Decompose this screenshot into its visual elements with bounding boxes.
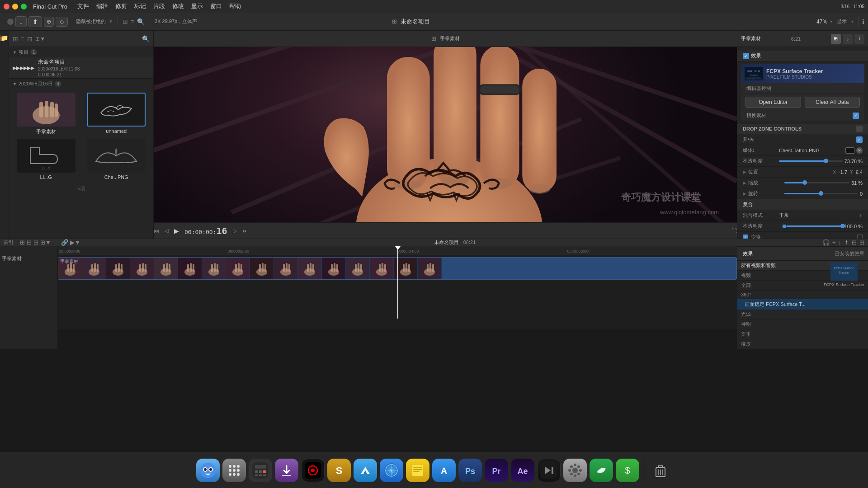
dock-systemprefs[interactable] xyxy=(563,459,587,482)
close-button[interactable] xyxy=(4,4,9,9)
transform-expand[interactable] xyxy=(857,235,863,239)
open-editor-btn[interactable]: Open Editor xyxy=(745,97,801,108)
dock-cashapp[interactable]: $ xyxy=(616,459,639,482)
effects-cat-warp[interactable]: 橡皮 xyxy=(737,339,868,349)
transform-checkbox[interactable]: ✓ xyxy=(743,235,748,239)
effects-cat-text[interactable]: 文本 xyxy=(737,329,868,339)
effect-preview-thumb[interactable]: FCPX Surface Tracker xyxy=(830,263,858,281)
effects-cat-stabilize[interactable]: 画面稳定 FCPX Surface T... xyxy=(737,299,868,310)
media-item-chepng[interactable]: Che...PNG xyxy=(83,139,150,180)
clip-filter-btn[interactable]: ⊞ xyxy=(123,18,128,25)
browser-options-btn[interactable]: ⊞▼ xyxy=(35,36,45,42)
inspector-toggle[interactable]: ℹ xyxy=(862,18,864,25)
timeline-collapse-btn[interactable]: ⊟ xyxy=(852,239,857,246)
filter-btn[interactable]: ⊕ xyxy=(44,17,54,27)
menu-trim[interactable]: 修剪 xyxy=(115,2,127,10)
dock-transmit[interactable] xyxy=(354,459,377,482)
fullscreen-btn[interactable]: ⛶ xyxy=(731,228,737,234)
dock-papercall[interactable] xyxy=(590,459,613,482)
browser-search-btn[interactable]: 🔍 xyxy=(142,35,150,42)
timeline-index-label[interactable]: 索引 xyxy=(4,239,14,246)
browser-layout-btn[interactable]: ⊞ xyxy=(13,35,18,42)
dock-screenium[interactable] xyxy=(301,459,325,482)
timeline-share-btn[interactable]: ⬆ xyxy=(844,239,849,246)
timeline-expand-btn[interactable]: ⊞ xyxy=(859,239,864,246)
media-item-hand[interactable]: 手掌素材 xyxy=(13,93,80,135)
dock-finalcut[interactable] xyxy=(537,459,561,482)
projects-section-header[interactable]: ▼ 项目 1 xyxy=(9,47,153,57)
minimize-button[interactable] xyxy=(12,4,18,9)
dock-premiere[interactable]: Pr xyxy=(485,459,508,482)
menu-view[interactable]: 显示 xyxy=(191,2,203,10)
play-btn[interactable]: ▶ xyxy=(174,227,179,235)
new-library-btn[interactable] xyxy=(7,19,14,25)
display-chevron[interactable]: ▼ xyxy=(850,19,854,24)
dock-scrivener[interactable]: S xyxy=(327,459,351,482)
project-item[interactable]: ▶▶▶▶▶▶ 未命名项目 2020/8/16 上午11:03 00:00:06:… xyxy=(9,57,153,79)
menu-mark[interactable]: 标记 xyxy=(134,2,146,10)
timeline-download-btn[interactable]: ↓ xyxy=(839,239,842,246)
blend-mode-chevron[interactable]: ▼ xyxy=(859,213,863,218)
composite-opacity-slider[interactable] xyxy=(786,225,843,227)
scale-slider[interactable] xyxy=(784,182,849,183)
library-chevron[interactable]: ▼ xyxy=(108,19,113,24)
position-arrow[interactable]: ▶ xyxy=(743,169,746,174)
timeline-zoom-in[interactable]: + xyxy=(832,239,836,246)
effects-cat-keying[interactable]: 神明 xyxy=(737,319,868,329)
maximize-button[interactable] xyxy=(21,4,27,9)
dock-trash[interactable] xyxy=(649,459,672,482)
timeline-tool-btn[interactable]: ▶▼ xyxy=(70,239,80,246)
effects-cat-light[interactable]: 光源 xyxy=(737,310,868,319)
dock-calculator[interactable] xyxy=(249,459,272,482)
timeline-btn-2[interactable]: ⊟ xyxy=(27,239,32,246)
menu-edit[interactable]: 编辑 xyxy=(96,2,108,10)
switch-material-checkbox[interactable]: ✓ xyxy=(853,113,859,119)
display-btn[interactable]: 显示 xyxy=(837,18,847,25)
search-btn[interactable]: 🔍 xyxy=(137,18,145,25)
menu-window[interactable]: 窗口 xyxy=(210,2,222,10)
effects-cat-360[interactable]: 360° xyxy=(737,291,868,299)
playhead[interactable] xyxy=(397,246,398,319)
media-item-lig[interactable]: Li...G Li...G xyxy=(13,139,80,180)
group-btn[interactable]: ≡ xyxy=(131,18,134,25)
zoom-control[interactable]: 47% ▼ xyxy=(816,19,833,25)
sidebar-icon-2[interactable]: 📁 xyxy=(1,34,8,42)
prev-frame-btn[interactable]: ◁ xyxy=(165,228,169,234)
menu-file[interactable]: 文件 xyxy=(77,2,89,10)
timeline-btn-4[interactable]: ⊞▼ xyxy=(40,239,51,246)
dock-finder[interactable] xyxy=(196,459,220,482)
rotation-slider[interactable] xyxy=(784,193,858,194)
dock-downie[interactable] xyxy=(275,459,298,482)
dock-launchpad[interactable] xyxy=(222,459,246,482)
timeline-tracks[interactable]: 00:00:00:00 00:00:02:00 00:00:04:00 00:0… xyxy=(58,246,737,349)
sidebar-icon-3[interactable]: 📅 xyxy=(0,34,1,42)
media-item-unnamed[interactable]: unnamed xyxy=(83,93,150,135)
next-frame-btn[interactable]: ▷ xyxy=(233,228,237,234)
inspector-tab-audio[interactable]: ♪ xyxy=(843,34,853,44)
dock-stickies[interactable] xyxy=(406,459,429,482)
inspector-tab-info[interactable]: ℹ xyxy=(854,34,864,44)
drop-zone-toggle[interactable] xyxy=(856,126,863,132)
menu-modify[interactable]: 修改 xyxy=(172,2,184,10)
scale-arrow[interactable]: ▶ xyxy=(743,180,746,185)
dock-safari[interactable] xyxy=(380,459,403,482)
clear-all-data-btn[interactable]: Clear All Data xyxy=(805,97,860,108)
skip-forward-btn[interactable]: ⏭ xyxy=(242,228,248,234)
timeline-btn-3[interactable]: ⊟ xyxy=(33,239,38,246)
effects-tab-video-audio[interactable]: 效果 xyxy=(741,249,755,258)
menu-clip[interactable]: 片段 xyxy=(153,2,165,10)
timeline-audio-btn[interactable]: 🎧 xyxy=(822,239,830,246)
menu-help[interactable]: 帮助 xyxy=(229,2,241,10)
dock-appstore[interactable]: A xyxy=(432,459,456,482)
dock-aftereffects[interactable]: Ae xyxy=(511,459,534,482)
opacity-slider[interactable] xyxy=(779,160,843,162)
dock-photoshop[interactable]: Ps xyxy=(458,459,482,482)
inspector-tab-effects[interactable]: ⊞ xyxy=(831,34,841,44)
on-off-checkbox[interactable]: ✓ xyxy=(856,136,863,143)
keyframe-btn[interactable]: ◇ xyxy=(56,17,68,27)
rotation-arrow[interactable]: ▶ xyxy=(743,191,746,196)
timeline-snap-btn[interactable]: 🔗 xyxy=(61,239,68,246)
view-toggle-btn[interactable]: ⊞ xyxy=(392,18,397,25)
media-clear-btn[interactable]: ✕ xyxy=(856,147,863,154)
timeline-btn-1[interactable]: ⊞ xyxy=(20,239,25,246)
